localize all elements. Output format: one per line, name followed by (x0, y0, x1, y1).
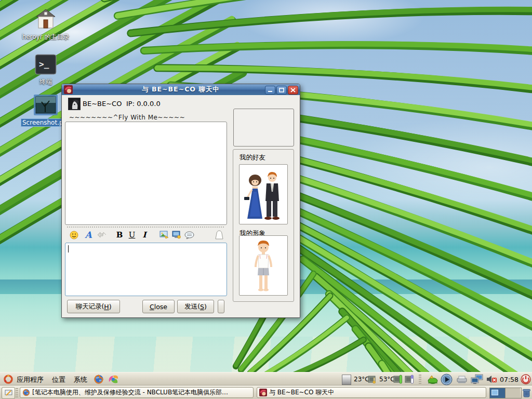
send-image-icon[interactable] (158, 229, 170, 241)
friends-label: 我的好友 (240, 153, 265, 162)
font-color-icon[interactable]: A (83, 229, 94, 241)
send-options-button[interactable] (218, 300, 224, 313)
buddy-avatar[interactable] (68, 98, 81, 110)
clock-applet[interactable]: 07:58 (500, 376, 518, 383)
window-title: 与 BE~BE~CO 聊天中 (62, 85, 300, 94)
task-title: 与 BE~BE~CO 聊天中 (269, 388, 334, 397)
avatar-image (240, 236, 287, 295)
workspace-2[interactable] (505, 388, 520, 398)
show-desktop-button[interactable] (2, 387, 15, 399)
desktop-icon-home[interactable]: heroyr 的主目录 (21, 8, 71, 41)
maximize-button[interactable] (276, 86, 287, 95)
send-button[interactable]: 发送(S) (177, 300, 214, 313)
desktop: heroyr 的主目录 >_ 终端 Screenshot.p 与 BE~BE~ (0, 0, 532, 399)
menu-system[interactable]: 系统 (74, 375, 87, 384)
screen-capture-icon[interactable] (171, 229, 182, 241)
emoticon-icon[interactable] (68, 229, 79, 241)
home-icon (35, 8, 56, 30)
workspace-window-thumb (491, 390, 498, 395)
cpu-temp-value: 23°C (354, 376, 369, 383)
firefox-task-icon (22, 389, 30, 396)
taskbar-item-chat[interactable]: 与 BE~BE~CO 聊天中 (257, 387, 486, 398)
bold-button[interactable]: B (114, 229, 125, 241)
screenshot-thumbnail-icon (34, 95, 58, 115)
logout-power-icon[interactable] (521, 374, 531, 384)
buddy-signature: ~~~~~~~~^Fly With Me~~~~~ (69, 114, 185, 121)
panel-handle[interactable] (16, 388, 18, 397)
buddy-ip: IP: 0.0.0.0 (126, 100, 161, 108)
friends-show-image (239, 164, 288, 224)
chat-history-button[interactable]: 聊天记录(H) (67, 300, 120, 313)
tray-handle[interactable] (419, 375, 421, 384)
network-monitor-applet-icon[interactable] (471, 374, 484, 384)
task-title: [笔记本电脑使用、维护及保修经验交流 - NBCLUB笔记本电脑俱乐部… (32, 388, 228, 397)
desktop-icon-terminal[interactable]: >_ 终端 (21, 54, 71, 85)
taskbar-item-browser[interactable]: [笔记本电脑使用、维护及保修经验交流 - NBCLUB笔记本电脑俱乐部… (20, 387, 254, 398)
desktop-icon-label: heroyr 的主目录 (21, 33, 71, 41)
applet-gradient-square (342, 375, 351, 385)
show-panel: 我的好友 (233, 149, 294, 302)
underline-button[interactable]: U (126, 229, 138, 241)
chat-window-body: BE~BE~CO IP: 0.0.0.0 ~~~~~~~~^Fly With M… (62, 95, 300, 317)
workspace-1[interactable] (490, 388, 505, 398)
message-input[interactable] (65, 243, 227, 296)
volume-muted-icon[interactable] (486, 375, 498, 384)
couple-image (240, 165, 287, 224)
text-caret (68, 245, 69, 252)
sensor-bar-purple-icon (405, 375, 414, 384)
distro-menu-icon[interactable] (4, 375, 13, 384)
quick-reply-icon[interactable] (183, 229, 195, 241)
gnome-menu-panel: 应用程序 位置 系统 23°C 53°C (0, 372, 532, 385)
close-button[interactable] (288, 86, 298, 95)
gpu-temp-value: 53°C (379, 376, 395, 383)
buddy-name: BE~BE~CO (83, 100, 122, 108)
workspace-switcher (489, 388, 522, 398)
messenger-launcher-icon[interactable] (107, 374, 119, 385)
svg-text:>_: >_ (39, 59, 49, 69)
my-show-image (239, 235, 288, 296)
link-icon[interactable] (96, 229, 108, 241)
show-desktop-icon (5, 390, 12, 397)
menu-applications[interactable]: 应用程序 (17, 375, 44, 384)
menu-places[interactable]: 位置 (52, 375, 65, 384)
nudge-icon[interactable] (214, 229, 225, 241)
desktop-icon-label: Screenshot.p (21, 118, 64, 127)
minimize-button[interactable] (265, 86, 275, 95)
close-chat-button[interactable]: Close (142, 300, 175, 313)
trash-applet-icon[interactable] (522, 388, 531, 397)
gnome-task-panel: [笔记本电脑使用、维护及保修经验交流 - NBCLUB笔记本电脑俱乐部… 与 B… (0, 385, 532, 399)
terminal-icon: >_ (35, 54, 57, 75)
media-player-applet-icon[interactable] (441, 374, 453, 385)
print-queue-applet-icon[interactable] (456, 376, 468, 383)
sensor-bar-green-icon (393, 375, 403, 384)
chat-history-area[interactable] (65, 122, 227, 225)
chat-window: 与 BE~BE~CO 聊天中 BE~BE~CO (61, 84, 300, 318)
video-preview-box (233, 109, 294, 147)
toolbar-separator (67, 227, 224, 228)
chat-task-icon (259, 389, 267, 396)
chat-window-titlebar[interactable]: 与 BE~BE~CO 聊天中 (62, 84, 300, 95)
cpu-temp-sensor-icon (368, 375, 377, 384)
firefox-launcher-icon[interactable] (94, 374, 104, 384)
input-method-applet-icon[interactable] (427, 375, 438, 384)
italic-button[interactable]: I (139, 229, 150, 241)
